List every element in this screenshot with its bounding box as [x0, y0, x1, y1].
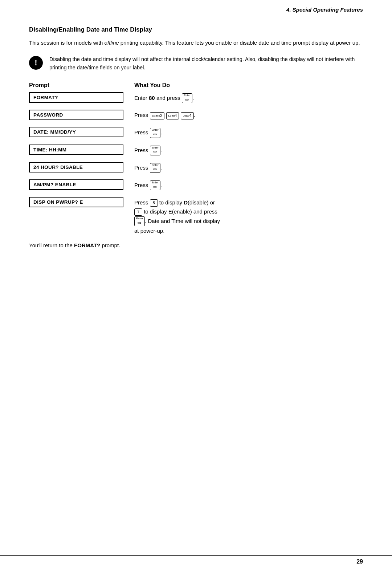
col-header-action: What You Do — [123, 82, 363, 89]
note-icon: ! — [29, 56, 43, 70]
page-content: Disabling/Enabling Date and Time Display… — [0, 15, 392, 288]
action-time: Press Enter ⇨ . — [123, 145, 363, 155]
col-header-prompt: Prompt — [29, 82, 123, 89]
prompt-label-24hour: 24 HOUR? DISABLE — [29, 162, 123, 172]
key-enter-date: Enter ⇨ — [150, 128, 160, 138]
bold-D: D — [184, 199, 188, 206]
table-header-row: Prompt What You Do — [29, 82, 363, 89]
header-title: 4. Special Operating Features — [286, 7, 363, 13]
action-format: Enter 80 and press Enter ⇨ . — [123, 92, 363, 103]
key-load4b: Load4 — [181, 112, 194, 119]
table-row: DISP ON PWRUP? E Press 8 to display D(di… — [29, 197, 363, 236]
table-row: 24 HOUR? DISABLE Press Enter ⇨ . — [29, 162, 363, 173]
table-row: TIME: HH:MM Press Enter ⇨ . — [29, 145, 363, 155]
key-enter-24hour: Enter ⇨ — [150, 163, 160, 173]
table-row: DATE: MM/DD/YY Press Enter ⇨ . — [29, 127, 363, 138]
prompt-label-format: FORMAT? — [29, 92, 123, 103]
key-space2: Space2 — [150, 112, 165, 119]
prompt-label-time: TIME: HH:MM — [29, 145, 123, 155]
page-number: 29 — [356, 558, 363, 565]
key-8: 8 — [150, 199, 158, 207]
return-text: You'll return to the FORMAT? prompt. — [29, 242, 363, 248]
prompt-label-date: DATE: MM/DD/YY — [29, 127, 123, 137]
page-header: 4. Special Operating Features — [0, 0, 392, 15]
section-title: Disabling/Enabling Date and Time Display — [29, 26, 363, 33]
intro-text: This session is for models with offline … — [29, 38, 363, 47]
key-load4a: Load4 — [166, 112, 179, 119]
page: 4. Special Operating Features Disabling/… — [0, 0, 392, 573]
table-row: FORMAT? Enter 80 and press Enter ⇨ . — [29, 92, 363, 103]
action-24hour: Press Enter ⇨ . — [123, 162, 363, 173]
note-text: Disabling the date and time display will… — [49, 55, 363, 72]
page-footer: 29 — [0, 555, 392, 565]
action-disp: Press 8 to display D(disable) or 7 to di… — [123, 197, 363, 236]
table-row: AM/PM? ENABLE Press Enter ⇨ . — [29, 179, 363, 190]
table-row: PASSWORD Press Space2 Load4 Load4. — [29, 110, 363, 120]
action-password: Press Space2 Load4 Load4. — [123, 110, 363, 119]
table-section: Prompt What You Do FORMAT? Enter 80 and … — [29, 82, 363, 236]
action-ampm: Press Enter ⇨ . — [123, 179, 363, 190]
italic-offline: offline — [105, 40, 119, 46]
prompt-label-password: PASSWORD — [29, 110, 123, 120]
key-7: 7 — [134, 208, 142, 216]
bold-80: 80 — [149, 95, 155, 101]
prompt-label-ampm: AM/PM? ENABLE — [29, 179, 123, 190]
prompt-label-disp: DISP ON PWRUP? E — [29, 197, 123, 207]
bold-format: FORMAT? — [74, 242, 100, 248]
key-enter-ampm: Enter ⇨ — [150, 180, 160, 190]
note-icon-symbol: ! — [34, 59, 37, 67]
key-enter-time: Enter ⇨ — [150, 146, 160, 155]
key-enter-btn: Enter ⇨ — [182, 93, 192, 103]
note-box: ! Disabling the date and time display wi… — [29, 55, 363, 72]
action-date: Press Enter ⇨ . — [123, 127, 363, 138]
key-enter-disp: Enter ⇨ — [134, 216, 145, 226]
